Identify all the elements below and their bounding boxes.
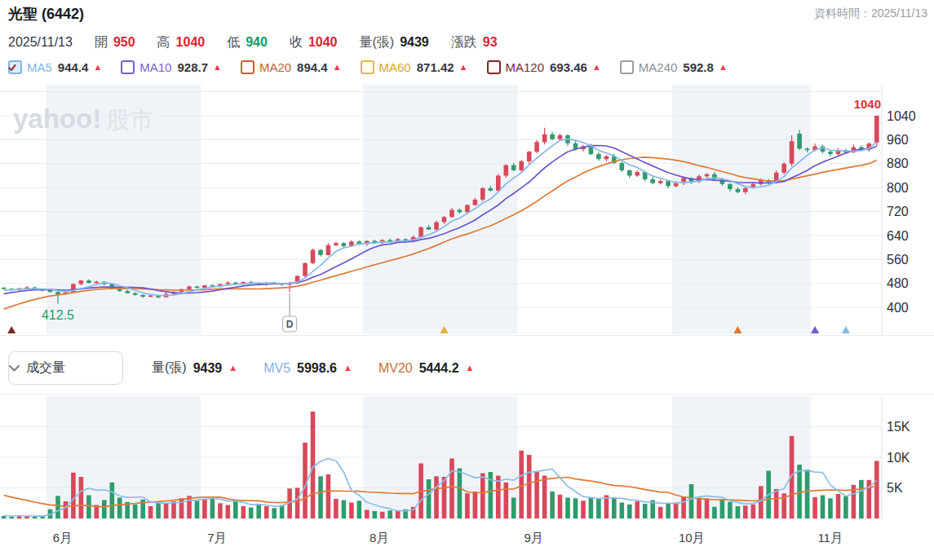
up-arrow-icon: ▲ bbox=[592, 63, 601, 72]
svg-text:9月: 9月 bbox=[525, 531, 543, 545]
ma-label: MA20 bbox=[259, 60, 291, 74]
up-arrow-icon: ▲ bbox=[333, 63, 342, 72]
ma-value: 592.8 bbox=[683, 60, 714, 74]
up-arrow-icon: ▲ bbox=[213, 63, 222, 72]
indicator-dropdown[interactable]: 成交量 bbox=[8, 351, 123, 385]
ma-toggle-ma20[interactable]: MA20894.4▲ bbox=[241, 60, 342, 74]
quote-row-items: 開950高1040低940收1040量(張)9439漲跌93 bbox=[95, 34, 498, 51]
svg-text:800: 800 bbox=[887, 181, 909, 195]
ma-label: MA10 bbox=[139, 60, 171, 74]
ma-value: 894.4 bbox=[297, 60, 328, 74]
event-marker-ma5 bbox=[842, 326, 850, 333]
svg-text:8月: 8月 bbox=[370, 531, 388, 545]
period-low-label: 412.5 bbox=[42, 308, 74, 322]
header: 光聖 (6442) 資料時間：2025/11/13 bbox=[8, 4, 927, 24]
chevron-down-icon bbox=[9, 365, 20, 372]
divider bbox=[0, 335, 934, 336]
price-axis-labels: 1040960880800720640560480400 bbox=[887, 109, 916, 315]
ma-toggle-ma5[interactable]: MA5944.4▲ bbox=[8, 60, 102, 74]
svg-text:960: 960 bbox=[887, 133, 909, 147]
page-title: 光聖 (6442) bbox=[8, 4, 84, 24]
svg-text:5K: 5K bbox=[887, 481, 903, 495]
ma-value: 871.42 bbox=[417, 60, 454, 74]
current-price-label: 1040 bbox=[854, 97, 881, 111]
svg-text:1040: 1040 bbox=[887, 109, 916, 123]
quote-item-4: 量(張)9439 bbox=[359, 34, 428, 51]
volume-stat-0: 量(張)9439▲ bbox=[152, 359, 237, 377]
up-arrow-icon: ▲ bbox=[343, 364, 352, 373]
volume-stat-2: MV205444.2▲ bbox=[378, 361, 475, 376]
quote-item-3: 收1040 bbox=[290, 34, 338, 51]
event-marker-ma10 bbox=[811, 326, 819, 333]
checkbox-unchecked-icon[interactable] bbox=[620, 60, 634, 74]
svg-text:10月: 10月 bbox=[679, 531, 705, 545]
checkbox-checked-icon[interactable] bbox=[241, 60, 255, 74]
dividend-marker-label: D bbox=[286, 319, 294, 330]
price-chart[interactable]: yahoo!股市10409608808007206405604804001040… bbox=[0, 82, 934, 342]
svg-text:640: 640 bbox=[887, 229, 909, 243]
quote-item-2: 低940 bbox=[227, 34, 268, 51]
up-arrow-icon: ▲ bbox=[93, 63, 102, 72]
svg-text:11月: 11月 bbox=[817, 531, 843, 545]
up-arrow-icon: ▲ bbox=[459, 63, 468, 72]
volume-stats-row: 量(張)9439▲MV55998.6▲MV205444.2▲ bbox=[152, 359, 475, 377]
up-arrow-icon: ▲ bbox=[719, 63, 728, 72]
svg-text:400: 400 bbox=[887, 301, 909, 315]
ma-toggle-ma10[interactable]: MA10928.7▲ bbox=[121, 60, 222, 74]
volume-chart[interactable]: 15K10K5K6月7月8月9月10月11月 bbox=[0, 395, 934, 560]
ma-indicator-row: MA5944.4▲MA10928.7▲MA20894.4▲MA60871.42▲… bbox=[8, 60, 728, 74]
yahoo-watermark: yahoo!股市 bbox=[13, 104, 153, 134]
svg-text:480: 480 bbox=[887, 276, 909, 290]
svg-text:10K: 10K bbox=[887, 451, 910, 465]
svg-text:560: 560 bbox=[887, 253, 909, 267]
checkbox-checked-icon[interactable] bbox=[121, 60, 135, 74]
ma-value: 928.7 bbox=[177, 60, 208, 74]
ma-toggle-ma60[interactable]: MA60871.42▲ bbox=[361, 60, 468, 74]
indicator-dropdown-label: 成交量 bbox=[26, 359, 65, 377]
svg-text:15K: 15K bbox=[887, 420, 910, 434]
checkbox-unchecked-icon[interactable] bbox=[487, 60, 501, 74]
svg-text:6月: 6月 bbox=[53, 531, 72, 545]
ma-label: MA5 bbox=[27, 60, 52, 74]
volume-stat-1: MV55998.6▲ bbox=[263, 361, 352, 376]
month-bands bbox=[46, 85, 812, 334]
event-marker-ma120 bbox=[7, 326, 15, 333]
ma-value: 693.46 bbox=[550, 60, 587, 74]
checkbox-unchecked-icon[interactable] bbox=[361, 60, 374, 74]
ma-toggle-ma240[interactable]: MA240592.8▲ bbox=[620, 60, 728, 74]
quote-item-0: 開950 bbox=[95, 34, 135, 51]
ma-value: 944.4 bbox=[58, 60, 89, 74]
up-arrow-icon: ▲ bbox=[228, 364, 237, 373]
data-time-label: 資料時間：2025/11/13 bbox=[814, 7, 927, 21]
ma-label: MA120 bbox=[506, 60, 545, 74]
svg-text:7月: 7月 bbox=[207, 531, 226, 545]
svg-text:720: 720 bbox=[887, 205, 909, 218]
ma-label: MA240 bbox=[639, 60, 678, 74]
quote-item-1: 高1040 bbox=[157, 34, 206, 51]
quote-item-5: 漲跌93 bbox=[451, 34, 498, 51]
volume-axis-labels: 15K10K5K bbox=[887, 420, 910, 495]
quote-date: 2025/11/13 bbox=[8, 35, 73, 50]
quote-row: 2025/11/13 開950高1040低940收1040量(張)9439漲跌9… bbox=[8, 34, 498, 51]
ma-label: MA60 bbox=[379, 60, 411, 74]
svg-text:880: 880 bbox=[887, 157, 909, 170]
ma-toggle-ma120[interactable]: MA120693.46▲ bbox=[487, 60, 601, 74]
month-axis-labels: 6月7月8月9月10月11月 bbox=[53, 531, 843, 545]
up-arrow-icon: ▲ bbox=[466, 364, 475, 373]
